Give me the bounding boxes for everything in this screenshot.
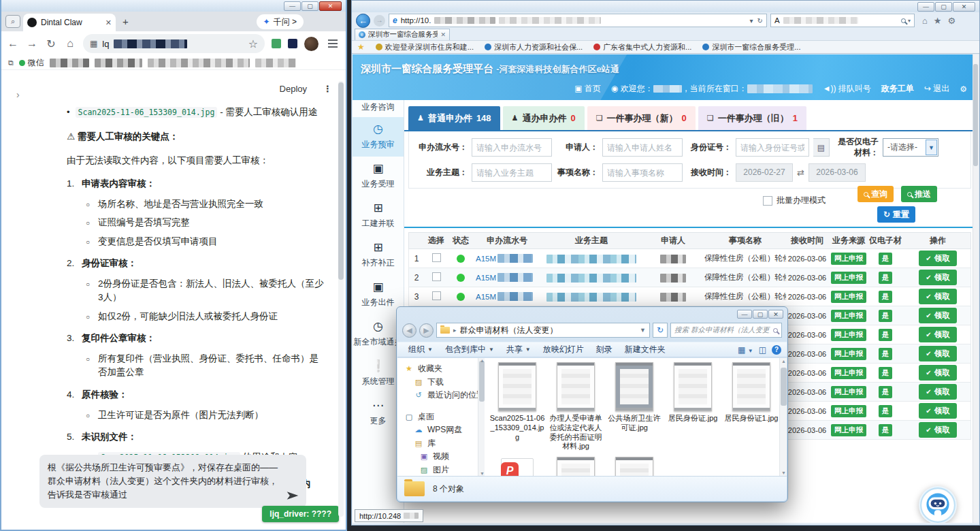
subject-input[interactable] xyxy=(472,163,552,182)
files-scrollbar[interactable]: ▲ ▼ xyxy=(779,358,787,476)
item-input[interactable] xyxy=(602,163,683,182)
favorite-link-4[interactable]: 深圳市一窗综合服务受理... xyxy=(702,42,800,52)
nav-item-1[interactable]: ★收藏夹 xyxy=(404,362,478,376)
chat-robot-button[interactable] xyxy=(918,485,958,523)
search-icon[interactable] xyxy=(773,328,778,333)
nav-logout[interactable]: ↪ 退出 xyxy=(924,83,949,95)
file-item[interactable]: PPDF xyxy=(489,457,546,476)
portal-tab-2[interactable]: ♟通办申办件0 xyxy=(503,106,585,130)
header-gear-icon[interactable]: ⚙ xyxy=(960,84,967,94)
forward-icon[interactable]: ▶ xyxy=(419,323,434,338)
views-icon[interactable]: ▦ ▼ xyxy=(738,345,753,355)
file-item[interactable] xyxy=(547,457,604,476)
file-item[interactable]: 公共场所卫生许可证.jpg xyxy=(606,362,663,451)
forward-icon[interactable]: → xyxy=(26,37,38,50)
only-electronic-select[interactable]: -请选择- ▼ xyxy=(883,138,938,157)
toolbar-4[interactable]: 放映幻灯片 xyxy=(538,344,589,355)
send-icon[interactable] xyxy=(286,490,299,501)
bookmark-star-icon[interactable]: ☆ xyxy=(248,37,258,50)
scroll-up-icon[interactable]: ▲ xyxy=(480,358,485,363)
sidebar-item-2[interactable]: ◷业务预审 xyxy=(353,117,404,157)
home-icon[interactable]: ⌂ xyxy=(64,37,76,50)
nav-item-2[interactable]: ▨下载 xyxy=(404,376,478,389)
file-item[interactable]: Scan2025-11-06_153309_014.jpg xyxy=(489,362,546,451)
sidebar-item-1[interactable]: 业务咨询 xyxy=(353,100,404,117)
toolbar-1[interactable]: 组织▼ xyxy=(403,344,438,355)
batch-mode-checkbox[interactable] xyxy=(763,196,772,206)
nav-item-4[interactable]: ▢桌面 xyxy=(404,411,478,424)
serial-input[interactable] xyxy=(472,138,552,157)
claim-button[interactable]: ✔领取 xyxy=(919,365,956,381)
applicant-input[interactable] xyxy=(602,138,683,157)
maximize-button[interactable]: ▢ xyxy=(301,1,318,11)
back-icon[interactable]: ← xyxy=(7,37,19,50)
collapse-chevron-icon[interactable]: › xyxy=(16,89,20,100)
settings-gear-icon[interactable]: ⚙ xyxy=(948,16,956,26)
favorite-link-2[interactable]: 深圳市人力资源和社会保... xyxy=(485,42,583,52)
page-scrollbar[interactable] xyxy=(973,54,979,523)
claim-button[interactable]: ✔领取 xyxy=(919,327,956,342)
close-button[interactable]: ✕ xyxy=(953,2,975,12)
tab-close-icon[interactable]: ✕ xyxy=(105,18,112,27)
nav-item-3[interactable]: ↺最近访问的位置 xyxy=(404,389,478,402)
file-item[interactable] xyxy=(606,457,663,476)
back-icon[interactable]: ← xyxy=(356,14,370,28)
nav-item-8[interactable]: ▨图片 xyxy=(404,464,478,477)
file-item[interactable]: 居民身份证.jpg xyxy=(664,362,721,451)
claim-button[interactable]: ✔领取 xyxy=(919,422,956,438)
home-icon[interactable]: ⌂ xyxy=(922,16,928,26)
browser-tab[interactable]: Dintal Claw ✕ xyxy=(23,14,116,31)
green-extension-icon[interactable] xyxy=(272,39,281,48)
claim-button[interactable]: ✔领取 xyxy=(919,270,956,285)
nav-scrollbar[interactable]: ▲ ▼ xyxy=(478,358,485,476)
back-icon[interactable]: ◀ xyxy=(402,323,416,338)
side-panel-icon[interactable]: ⧉ xyxy=(8,59,14,67)
refresh-icon[interactable]: ↻ xyxy=(757,17,763,25)
breadcrumb-dropdown-icon[interactable]: ▼ xyxy=(640,327,646,334)
nav-home[interactable]: ▣ 首页 xyxy=(574,83,601,95)
favorite-link-1[interactable]: 欢迎登录深圳市住房和建... xyxy=(376,42,474,52)
deploy-button[interactable]: Deploy xyxy=(280,84,307,94)
chat-input[interactable]: 根《据公共场所卫生许可预审要点》，对保存在桌面的——群众申请材料（法人变更）这个… xyxy=(39,455,306,508)
close-button[interactable]: ✕ xyxy=(768,310,783,319)
query-button[interactable]: 查询 xyxy=(858,186,894,202)
breadcrumb[interactable]: ▸ 群众申请材料（法人变更） ▼ xyxy=(436,323,650,338)
bookmark-wechat[interactable]: 微信 xyxy=(19,57,44,69)
qianwen-button[interactable]: ✦ 千问 > xyxy=(257,14,304,29)
close-button[interactable]: ✕ xyxy=(319,1,342,11)
file-item[interactable]: 居民身份证1.jpg xyxy=(723,362,780,451)
push-button[interactable]: 推送 xyxy=(901,186,937,202)
minimize-button[interactable]: — xyxy=(284,1,301,11)
claim-button[interactable]: ✔领取 xyxy=(919,384,956,400)
toolbar-6[interactable]: 新建文件夹 xyxy=(619,344,671,355)
nav-item-6[interactable]: ▤库 xyxy=(404,437,478,451)
help-icon[interactable]: ? xyxy=(772,345,781,355)
claim-button[interactable]: ✔领取 xyxy=(919,346,956,361)
navy-extension-icon[interactable] xyxy=(288,39,297,48)
nav-queue-call[interactable]: ◄)) 排队叫号 xyxy=(823,83,871,95)
toolbar-3[interactable]: 共享▼ xyxy=(501,344,536,355)
nav-work-order[interactable]: 政务工单 xyxy=(881,83,914,95)
portal-tab-3[interactable]: ❏一件事办理（新）0 xyxy=(587,106,696,130)
date-from-input[interactable]: 2026-02-27 xyxy=(736,163,793,182)
left-window-titlebar[interactable]: — ▢ ✕ xyxy=(1,0,346,12)
browser-menu-icon[interactable] xyxy=(328,43,338,44)
ie-search-box[interactable]: A ▾ xyxy=(770,14,915,27)
row-checkbox[interactable] xyxy=(432,272,441,281)
new-tab-button[interactable]: + xyxy=(122,17,129,27)
toolbar-2[interactable]: 包含到库中▼ xyxy=(440,344,500,355)
search-dropdown-icon[interactable]: ▾ xyxy=(908,18,911,24)
ie-address-bar[interactable]: e http://10. ▾↻ xyxy=(389,14,767,27)
claim-button[interactable]: ✔领取 xyxy=(919,289,956,304)
claim-button[interactable]: ✔领取 xyxy=(919,251,956,266)
address-bar[interactable]: ▦ lq ☆ xyxy=(83,34,265,53)
search-icon[interactable] xyxy=(901,18,906,23)
scroll-down-icon[interactable]: ▼ xyxy=(480,471,485,476)
more-menu-icon[interactable]: ⋮ xyxy=(323,84,332,94)
refresh-button[interactable]: ↻ xyxy=(653,323,668,338)
id-input[interactable] xyxy=(736,138,809,157)
explorer-search-box[interactable]: 搜索 群众申请材料（法人变更） xyxy=(670,323,782,338)
sidebar-item-5[interactable]: ⊞补齐补正 xyxy=(353,236,404,275)
ie-tab[interactable]: e 深圳市一窗综合服务受理平... ✕ xyxy=(355,29,450,40)
row-checkbox[interactable] xyxy=(432,253,441,262)
